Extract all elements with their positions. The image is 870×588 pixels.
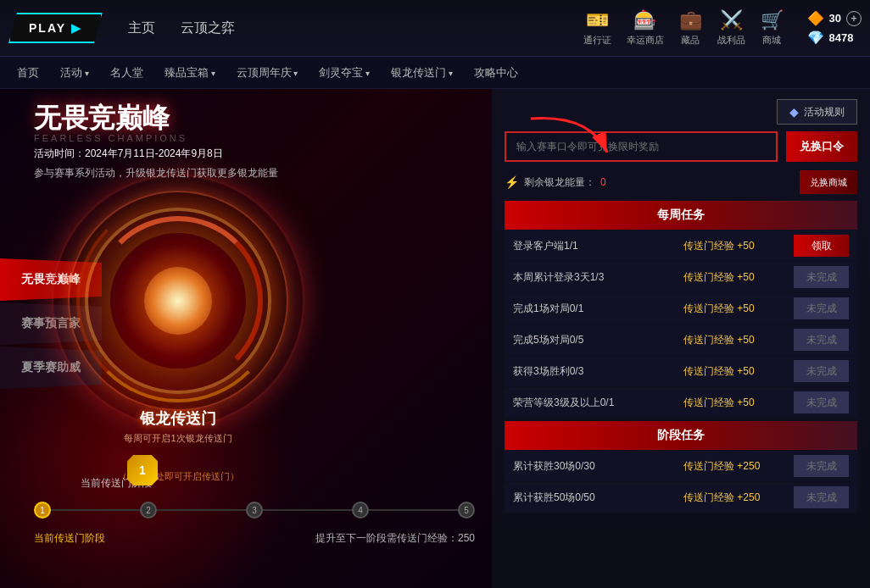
redeem-row: 兑换口令 [505, 131, 857, 162]
subnav-home[interactable]: 首页 [17, 65, 39, 80]
task-action-button[interactable]: 未完成 [794, 391, 849, 413]
weekly-task-row: 完成1场对局0/1 传送门经验 +50 未完成 [505, 293, 857, 324]
rules-area: ◆ 活动规则 [505, 99, 857, 125]
currency-row-2: 💎 8478 [807, 30, 862, 46]
task-action-button[interactable]: 领取 [794, 235, 849, 257]
left-title-area: 无畏竞巅峰 FEARLESS CHAMPIONS 活动时间：2024年7月11日… [0, 89, 492, 185]
stage-tasks-header: 阶段任务 [505, 421, 857, 450]
weekly-task-row: 本周累计登录3天1/3 传送门经验 +50 未完成 [505, 262, 857, 292]
play-button[interactable]: PLAY [8, 13, 103, 43]
prog-line-2 [157, 509, 246, 511]
nav-icons-area: 🎫 通行证 🎰 幸运商店 💼 藏品 ⚔️ 战利品 🛒 商城 🔶 30 + � [583, 9, 862, 47]
energy-value: 0 [600, 176, 606, 188]
weekly-tasks-list: 登录客户端1/1 传送门经验 +50 领取 本周累计登录3天1/3 传送门经验 … [505, 230, 857, 418]
nav-collection[interactable]: 💼 藏品 [679, 9, 702, 47]
portal-center-glow [144, 267, 212, 335]
add-currency-1-button[interactable]: + [846, 11, 862, 26]
currency-2-amount: 8478 [829, 31, 854, 44]
task-name: 获得3场胜利0/3 [513, 364, 683, 379]
prog-node-4: 4 [352, 502, 369, 519]
pass-icon: 🎫 [586, 9, 609, 31]
main-content: 无畏竞巅峰 赛事预言家 夏季赛助威 无畏竞巅峰 FEARLESS CHAMPIO… [0, 89, 870, 588]
task-reward: 传送门经验 +50 [683, 239, 794, 253]
nav-links: 主页 云顶之弈 [128, 19, 235, 37]
nav-tft[interactable]: 云顶之弈 [181, 19, 235, 37]
pass-label: 通行证 [583, 34, 611, 47]
redeem-button[interactable]: 兑换口令 [786, 131, 857, 162]
blue-currency-icon: 💎 [807, 30, 824, 46]
prog-line-3 [263, 509, 352, 511]
nav-pass[interactable]: 🎫 通行证 [583, 9, 611, 47]
task-name: 累计获胜30场0/30 [513, 459, 683, 474]
nav-loot[interactable]: ⚔️ 战利品 [717, 9, 745, 47]
loot-icon: ⚔️ [720, 9, 743, 31]
prog-node-1: 1 [34, 502, 51, 519]
progress-area: 当前传送门阶段 1 1 2 3 4 5 当前传送门阶段 提升至下一阶段需传送门经… [34, 502, 475, 546]
lucky-shop-label: 幸运商店 [627, 34, 664, 47]
task-action-button[interactable]: 未完成 [794, 329, 849, 351]
subnav-portal[interactable]: 银龙传送门 [391, 65, 453, 80]
top-navigation: PLAY 主页 云顶之弈 🎫 通行证 🎰 幸运商店 💼 藏品 ⚔️ 战利品 🛒 … [0, 0, 870, 57]
loot-label: 战利品 [717, 34, 745, 47]
next-stage-exp: 提升至下一阶段需传送门经验：250 [315, 531, 475, 546]
subnav-hall-of-fame[interactable]: 名人堂 [110, 65, 143, 80]
subnav-guide[interactable]: 攻略中心 [474, 65, 518, 80]
weekly-task-row: 完成5场对局0/5 传送门经验 +50 未完成 [505, 325, 857, 355]
activity-time: 活动时间：2024年7月11日-2024年9月8日 [34, 147, 475, 161]
stage-task-row: 累计获胜50场0/50 传送门经验 +250 未完成 [505, 482, 857, 513]
task-name: 荣营等级3级及以上0/1 [513, 396, 683, 410]
activity-rules-button[interactable]: ◆ 活动规则 [777, 99, 857, 125]
rules-label: 活动规则 [804, 105, 845, 119]
weekly-task-row: 荣营等级3级及以上0/1 传送门经验 +50 未完成 [505, 387, 857, 418]
portal-label: 银龙传送门 每周可开启1次银龙传送门 （点击此处即可开启传送门） [124, 408, 231, 445]
portal-title: 银龙传送门 [124, 408, 231, 429]
subnav-sword[interactable]: 剑灵夺宝 [319, 65, 370, 80]
subnav-activity[interactable]: 活动 [60, 65, 89, 80]
prog-node-2: 2 [140, 502, 157, 519]
weekly-tasks-header: 每周任务 [505, 201, 857, 230]
energy-label: 剩余银龙能量： [524, 175, 595, 190]
shop-label: 商城 [762, 34, 781, 47]
nav-shop[interactable]: 🛒 商城 [761, 9, 784, 47]
task-reward: 传送门经验 +50 [683, 270, 794, 285]
activity-desc: 参与赛事系列活动，升级银龙传送门获取更多银龙能量 [34, 166, 475, 180]
portal-visual[interactable]: 银龙传送门 每周可开启1次银龙传送门 （点击此处即可开启传送门） [42, 165, 314, 436]
portal-subtitle: 每周可开启1次银龙传送门 [124, 432, 231, 445]
weekly-task-row: 获得3场胜利0/3 传送门经验 +50 未完成 [505, 356, 857, 386]
main-title: 无畏竞巅峰 [34, 104, 475, 131]
task-reward: 传送门经验 +250 [683, 459, 794, 474]
task-name: 完成5场对局0/5 [513, 333, 683, 347]
diamond-icon: ◆ [789, 105, 799, 119]
energy-left: ⚡ 剩余银龙能量： 0 [505, 175, 606, 190]
currency-1-amount: 30 [829, 12, 841, 25]
task-name: 登录客户端1/1 [513, 239, 683, 253]
exchange-shop-button[interactable]: 兑换商城 [800, 170, 857, 194]
right-panel: ◆ 活动规则 兑换口令 ⚡ 剩余银龙能量： 0 兑换商城 每周任务 登录客户端1… [492, 89, 870, 588]
currency-row-1: 🔶 30 + [807, 10, 862, 26]
task-reward: 传送门经验 +50 [683, 302, 794, 316]
subnav-treasure[interactable]: 臻品宝箱 [165, 65, 215, 80]
stage-tasks-list: 累计获胜30场0/30 传送门经验 +250 未完成 累计获胜50场0/50 传… [505, 451, 857, 513]
current-stage-text: 当前传送门阶段 [34, 531, 105, 546]
task-action-button[interactable]: 未完成 [794, 266, 849, 288]
task-reward: 传送门经验 +250 [683, 491, 794, 505]
task-action-button[interactable]: 未完成 [794, 297, 849, 319]
task-action-button[interactable]: 未完成 [794, 360, 849, 382]
left-panel: 无畏竞巅峰 赛事预言家 夏季赛助威 无畏竞巅峰 FEARLESS CHAMPIO… [0, 89, 492, 588]
orange-currency-icon: 🔶 [807, 10, 824, 26]
task-action-button[interactable]: 未完成 [794, 455, 849, 477]
task-action-button[interactable]: 未完成 [794, 486, 849, 508]
nav-home[interactable]: 主页 [128, 19, 155, 37]
prog-line-4 [369, 509, 458, 511]
energy-row: ⚡ 剩余银龙能量： 0 兑换商城 [505, 170, 857, 194]
task-reward: 传送门经验 +50 [683, 333, 794, 347]
sub-navigation: 首页 活动 名人堂 臻品宝箱 云顶周年庆 剑灵夺宝 银龙传送门 攻略中心 [0, 57, 870, 89]
redeem-input[interactable] [505, 131, 778, 162]
nav-lucky-shop[interactable]: 🎰 幸运商店 [627, 9, 664, 47]
task-name: 完成1场对局0/1 [513, 302, 683, 316]
prog-line-1 [51, 509, 140, 511]
collection-icon: 💼 [679, 9, 702, 31]
subnav-anniversary[interactable]: 云顶周年庆 [237, 65, 298, 80]
title-english: FEARLESS CHAMPIONS [34, 133, 475, 143]
current-stage-badge: 1 [127, 455, 158, 485]
